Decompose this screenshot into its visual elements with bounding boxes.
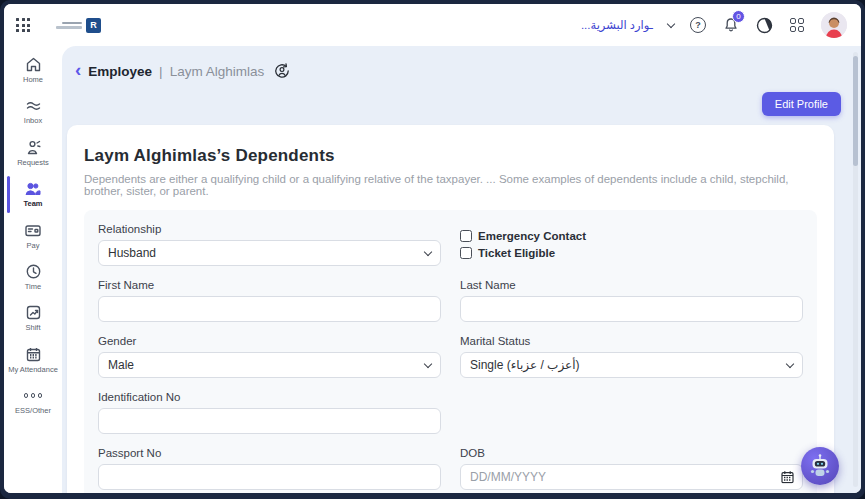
chevron-down-icon [424,247,432,255]
chevron-down-icon [786,359,794,367]
pay-icon [24,222,42,239]
notification-badge: 0 [732,10,745,23]
marital-status-value: Single (أعزب / عزباء) [470,358,580,372]
emergency-contact-label: Emergency Contact [478,230,586,242]
emergency-contact-checkbox[interactable] [460,230,472,242]
clock-icon [25,263,42,280]
sidebar-item-label: My Attendance [8,365,58,374]
first-name-input[interactable] [98,296,441,322]
identification-no-label: Identification No [98,391,441,403]
dob-label: DOB [460,447,803,459]
chevron-down-icon[interactable] [667,19,675,27]
relationship-value: Husband [108,246,156,260]
first-name-field: First Name [98,279,441,322]
calendar-icon [781,471,794,484]
last-name-input[interactable] [460,296,803,322]
app-launcher-icon[interactable] [16,18,30,32]
chatbot-button[interactable] [801,447,839,485]
emergency-contact-checkbox-row[interactable]: Emergency Contact [460,230,803,242]
gender-select[interactable]: Male [98,352,441,378]
workspace-label[interactable]: ـوارد البشرية... [581,18,653,32]
last-name-field: Last Name [460,279,803,322]
apps-menu-button[interactable] [788,16,806,34]
dob-input[interactable] [460,464,803,490]
marital-status-select[interactable]: Single (أعزب / عزباء) [460,352,803,378]
sidebar-item-label: Time [25,282,41,291]
breadcrumb-employee-name: Laym Alghimlas [170,64,265,79]
switch-employee-button[interactable] [273,62,291,80]
flags-group: Emergency Contact Ticket Eligible [460,223,803,266]
passport-no-label: Passport No [98,447,441,459]
breadcrumb: ‹ Employee | Laym Alghimlas [75,58,845,84]
relationship-select[interactable]: Husband [98,240,441,266]
relationship-label: Relationship [98,223,441,235]
theme-toggle-button[interactable] [755,16,773,34]
sidebar-item-label: ESS/Other [15,406,51,415]
sidebar-item-team[interactable]: Team [4,178,62,210]
edit-profile-button[interactable]: Edit Profile [762,92,841,116]
calendar-picker-button[interactable] [781,471,794,484]
sidebar-item-ess-other[interactable]: ESS/Other [4,385,62,417]
back-button[interactable]: ‹ [75,60,81,79]
gender-value: Male [108,358,134,372]
gender-field: Gender Male [98,335,441,378]
sidebar-item-inbox[interactable]: Inbox [4,95,62,127]
identification-no-field: Identification No [98,391,441,434]
calendar-icon [25,346,42,363]
breadcrumb-separator: | [159,64,163,79]
logo-text-lines [56,22,82,29]
scrollbar-thumb[interactable] [853,56,858,166]
company-logo[interactable]: R [56,18,101,33]
sidebar-item-label: Inbox [24,116,42,125]
breadcrumb-section[interactable]: Employee [88,64,152,79]
inbox-icon [25,97,42,114]
main-content: ‹ Employee | Laym Alghimlas Edit [62,46,861,493]
user-avatar[interactable] [821,12,847,38]
notifications-button[interactable]: 0 [722,16,740,34]
robot-icon [807,453,833,479]
window-frame: R ـوارد البشرية... ? 0 [0,0,865,499]
help-icon: ? [690,17,706,33]
logo-mark: R [86,18,101,33]
sidebar-item-label: Team [23,199,42,208]
spacer [460,391,803,434]
ticket-eligible-checkbox[interactable] [460,247,472,259]
dob-field: DOB [460,447,803,490]
sidebar-item-requests[interactable]: Requests [4,137,62,169]
sidebar: Home Inbox Requests [4,46,62,493]
requests-icon [25,139,42,156]
identification-no-input[interactable] [98,408,441,434]
sidebar-item-home[interactable]: Home [4,54,62,86]
last-name-label: Last Name [460,279,803,291]
shift-icon [25,304,42,321]
help-button[interactable]: ? [689,16,707,34]
page-description: Dependents are either a qualifying child… [84,173,817,197]
sidebar-item-label: Home [23,75,43,84]
sidebar-item-label: Shift [25,323,40,332]
gender-label: Gender [98,335,441,347]
contrast-icon [756,17,773,34]
sidebar-item-label: Pay [27,241,40,250]
team-icon [24,180,42,197]
marital-status-label: Marital Status [460,335,803,347]
first-name-label: First Name [98,279,441,291]
relationship-field: Relationship Husband [98,223,441,266]
switch-user-icon [273,62,291,80]
app-shell: R ـوارد البشرية... ? 0 [4,4,861,493]
passport-no-input[interactable] [98,464,441,490]
chevron-down-icon [424,359,432,367]
sidebar-item-label: Requests [17,158,49,167]
scrollbar-track[interactable] [853,52,858,487]
ticket-eligible-checkbox-row[interactable]: Ticket Eligible [460,247,803,259]
sidebar-item-pay[interactable]: Pay [4,220,62,252]
sidebar-item-time[interactable]: Time [4,261,62,293]
ticket-eligible-label: Ticket Eligible [478,247,555,259]
sidebar-item-shift[interactable]: Shift [4,302,62,334]
marital-status-field: Marital Status Single (أعزب / عزباء) [460,335,803,378]
passport-no-field: Passport No [98,447,441,490]
sidebar-item-my-attendance[interactable]: My Attendance [4,344,62,376]
dependents-card: Laym Alghimlas’s Dependents Dependents a… [67,125,834,493]
dependents-form: Relationship Husband Emergency Contact [84,210,817,493]
topbar: R ـوارد البشرية... ? 0 [4,4,861,46]
apps-grid-icon [790,18,804,32]
